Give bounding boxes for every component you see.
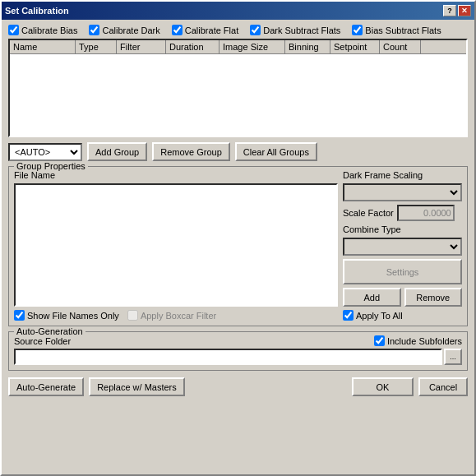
combine-type-select[interactable] xyxy=(343,238,462,256)
bottom-right-buttons: OK Cancel xyxy=(352,377,468,396)
dark-subtract-flats-checkbox[interactable]: Dark Subtract Flats xyxy=(250,25,340,35)
gp-inner: File Name Show File Names Only Apply Box… xyxy=(14,170,462,321)
table-header: Name Type Filter Duration Image Size Bin… xyxy=(10,40,466,54)
col-setpoint: Setpoint xyxy=(330,40,380,53)
combine-type-label: Combine Type xyxy=(343,224,462,234)
bias-subtract-flats-input[interactable] xyxy=(352,25,363,35)
dark-frame-scaling-select[interactable] xyxy=(343,183,462,201)
source-folder-row: Source Folder Include Subfolders xyxy=(14,335,462,346)
col-imagesize: Image Size xyxy=(220,40,285,53)
calibrate-flat-checkbox[interactable]: Calibrate Flat xyxy=(172,25,238,35)
calibration-table: Name Type Filter Duration Image Size Bin… xyxy=(8,39,468,137)
checkbox-row: Calibrate Bias Calibrate Dark Calibrate … xyxy=(8,25,468,35)
file-name-col-label: File Name xyxy=(14,170,338,180)
help-button[interactable]: ? xyxy=(443,5,456,16)
window-title: Set Calibration xyxy=(5,6,69,16)
include-subfolders-input[interactable] xyxy=(374,335,385,346)
clear-all-groups-button[interactable]: Clear All Groups xyxy=(235,142,317,161)
col-duration: Duration xyxy=(166,40,220,53)
scale-factor-input[interactable]: 0.0000 xyxy=(397,205,455,221)
col-count: Count xyxy=(380,40,421,53)
file-list[interactable] xyxy=(14,183,338,307)
show-file-names-checkbox[interactable]: Show File Names Only xyxy=(14,310,119,321)
auto-generation-label: Auto-Generation xyxy=(14,326,85,336)
add-remove-row: Add Remove xyxy=(343,288,462,307)
auto-generation-panel: Auto-Generation Source Folder Include Su… xyxy=(8,331,468,371)
bottom-left-buttons: Auto-Generate Replace w/ Masters xyxy=(8,377,185,396)
bias-subtract-flats-checkbox[interactable]: Bias Subtract Flats xyxy=(352,25,441,35)
main-window: Set Calibration ? ✕ Calibrate Bias Calib… xyxy=(0,0,476,476)
table-body[interactable] xyxy=(10,54,466,132)
settings-button[interactable]: Settings xyxy=(343,259,462,284)
source-folder-label: Source Folder xyxy=(14,336,71,346)
replace-masters-button[interactable]: Replace w/ Masters xyxy=(89,377,185,396)
file-bottom-row: Show File Names Only Apply Boxcar Filter xyxy=(14,310,338,321)
calibrate-dark-input[interactable] xyxy=(89,25,99,35)
col-filter: Filter xyxy=(117,40,166,53)
auto-dropdown[interactable]: <AUTO> xyxy=(8,143,82,161)
file-name-area: File Name Show File Names Only Apply Box… xyxy=(14,170,338,321)
remove-group-button[interactable]: Remove Group xyxy=(152,142,230,161)
scale-factor-row: Scale Factor 0.0000 xyxy=(343,205,462,221)
col-type: Type xyxy=(76,40,117,53)
auto-generate-button[interactable]: Auto-Generate xyxy=(8,377,84,396)
calibrate-flat-input[interactable] xyxy=(172,25,183,35)
group-properties-label: Group Properties xyxy=(14,161,88,171)
show-file-names-input[interactable] xyxy=(14,310,25,321)
close-button[interactable]: ✕ xyxy=(458,5,471,16)
group-properties-panel: Group Properties File Name Show File Nam… xyxy=(8,166,468,326)
right-panel: Dark Frame Scaling Scale Factor 0.0000 C… xyxy=(343,170,462,321)
add-group-button[interactable]: Add Group xyxy=(87,142,147,161)
apply-to-all-checkbox[interactable]: Apply To All xyxy=(343,310,403,321)
calibrate-bias-checkbox[interactable]: Calibrate Bias xyxy=(8,25,77,35)
toolbar-row: <AUTO> Add Group Remove Group Clear All … xyxy=(8,141,468,163)
col-name: Name xyxy=(10,40,76,53)
col-binning: Binning xyxy=(285,40,330,53)
title-bar-buttons: ? ✕ xyxy=(443,5,471,16)
calibrate-dark-checkbox[interactable]: Calibrate Dark xyxy=(89,25,159,35)
ok-button[interactable]: OK xyxy=(352,377,414,396)
remove-button[interactable]: Remove xyxy=(404,288,463,307)
apply-to-all-row: Apply To All xyxy=(343,310,462,321)
dialog-content: Calibrate Bias Calibrate Dark Calibrate … xyxy=(2,20,474,474)
dark-frame-scaling-label: Dark Frame Scaling xyxy=(343,170,462,180)
title-bar: Set Calibration ? ✕ xyxy=(2,2,474,20)
cancel-button[interactable]: Cancel xyxy=(418,377,468,396)
apply-boxcar-checkbox[interactable]: Apply Boxcar Filter xyxy=(127,310,216,321)
source-folder-input-row: ... xyxy=(14,349,462,365)
browse-button[interactable]: ... xyxy=(444,349,462,365)
calibrate-bias-input[interactable] xyxy=(8,25,19,35)
apply-boxcar-input[interactable] xyxy=(127,310,138,321)
scale-factor-label: Scale Factor xyxy=(343,208,394,218)
source-folder-input[interactable] xyxy=(14,349,442,365)
apply-to-all-input[interactable] xyxy=(343,310,354,321)
add-button[interactable]: Add xyxy=(343,288,401,307)
bottom-buttons-row: Auto-Generate Replace w/ Masters OK Canc… xyxy=(8,374,468,398)
dark-subtract-flats-input[interactable] xyxy=(250,25,261,35)
include-subfolders-checkbox[interactable]: Include Subfolders xyxy=(374,335,462,346)
